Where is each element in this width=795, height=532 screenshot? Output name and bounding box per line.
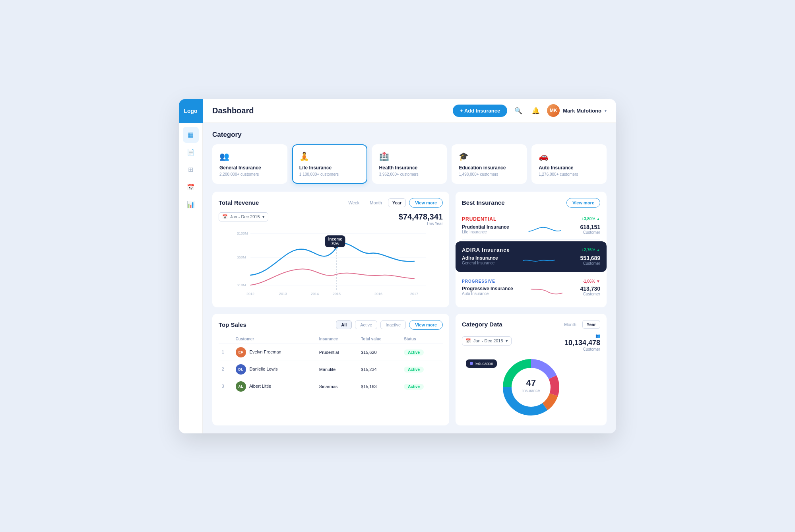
total-3: $15,163 bbox=[358, 378, 401, 395]
prudential-count: 618,151 bbox=[580, 224, 600, 230]
sidebar: Logo ▦ 📄 ⊞ 📅 📊 bbox=[179, 99, 203, 433]
top-sales-panel: Top Sales All Active Inactive View more bbox=[212, 314, 449, 425]
prudential-type: Life Insurance bbox=[462, 230, 509, 234]
donut-chart-container: Education bbox=[462, 355, 600, 419]
cat-customer-label: Customer bbox=[564, 347, 600, 351]
svg-text:$50M: $50M bbox=[237, 255, 246, 259]
filter-active-button[interactable]: Active bbox=[355, 320, 377, 329]
cat-data-date-filter[interactable]: 📅 Jan - Dec 2015 ▾ bbox=[462, 336, 512, 346]
add-insurance-button[interactable]: + Add Insurance bbox=[453, 105, 507, 117]
category-card-life[interactable]: 🧘 Life Insurance 1,100,000+ customers bbox=[292, 144, 367, 184]
status-1: Active bbox=[401, 344, 443, 361]
insurance-3: Sinarmas bbox=[316, 378, 358, 395]
cat-date-label: Jan - Dec 2015 bbox=[473, 338, 503, 343]
revenue-view-more-button[interactable]: View more bbox=[409, 198, 443, 208]
sidebar-item-grid[interactable]: ⊞ bbox=[183, 162, 199, 178]
notification-icon-button[interactable]: 🔔 bbox=[529, 104, 542, 117]
category-section-title: Category bbox=[212, 131, 607, 139]
prudential-name: Prudential Insurance bbox=[462, 224, 509, 230]
calendar-icon: 📅 bbox=[187, 183, 195, 191]
revenue-date-filter[interactable]: 📅 Jan - Dec 2015 ▾ bbox=[219, 212, 268, 221]
progressive-header: PROGRESSIVE -1,06% ▼ bbox=[462, 279, 600, 283]
customer-icon-label: 👥 bbox=[564, 334, 600, 338]
cat-total-customers: 10,134,478 bbox=[564, 339, 600, 347]
adira-body: Adira Insurance General Insurance 553,68… bbox=[462, 254, 600, 266]
calendar-small-icon: 📅 bbox=[222, 214, 228, 219]
revenue-info: $74,478,341 This Year bbox=[399, 212, 443, 226]
category-data-panel: Category Data Month Year 📅 Jan - Dec 201… bbox=[456, 314, 607, 425]
tab-week[interactable]: Week bbox=[344, 198, 364, 207]
svg-text:2017: 2017 bbox=[410, 292, 418, 296]
table-row: 3 AL Albert Little Sinarmas $15,163 Acti… bbox=[219, 378, 443, 395]
progressive-name: Progressive Insurance bbox=[462, 286, 513, 291]
top-sales-view-more-button[interactable]: View more bbox=[409, 320, 443, 330]
user-menu[interactable]: MK Mark Mufotiono ▾ bbox=[547, 104, 607, 117]
svg-text:$10M: $10M bbox=[237, 283, 246, 287]
life-insurance-icon: 🧘 bbox=[299, 151, 360, 161]
top-sales-title: Top Sales bbox=[219, 321, 333, 328]
app-wrapper: Logo ▦ 📄 ⊞ 📅 📊 Dashboard + Add Insurance bbox=[179, 99, 616, 433]
progressive-label: Customer bbox=[580, 292, 600, 296]
education-insurance-customers: 1,498,000+ customers bbox=[459, 172, 520, 177]
general-insurance-customers: 2,200,000+ customers bbox=[219, 172, 280, 177]
table-row: 1 EF Evelyn Freeman Prudential $15,620 A… bbox=[219, 344, 443, 361]
filter-inactive-button[interactable]: Inactive bbox=[380, 320, 406, 329]
table-row: 2 DL Danielle Lewis Manulife $15,234 Act… bbox=[219, 361, 443, 378]
progressive-count: 413,730 bbox=[580, 285, 600, 292]
sidebar-nav: ▦ 📄 ⊞ 📅 📊 bbox=[183, 123, 199, 433]
svg-text:2015: 2015 bbox=[333, 292, 341, 296]
revenue-title: Total Revenue bbox=[219, 199, 341, 206]
page-content: Category 👥 General Insurance 2,200,000+ … bbox=[203, 123, 616, 433]
tab-cat-year[interactable]: Year bbox=[582, 320, 600, 329]
sidebar-item-chart[interactable]: 📊 bbox=[183, 197, 199, 213]
svg-text:2016: 2016 bbox=[374, 292, 382, 296]
documents-icon: 📄 bbox=[187, 148, 195, 156]
adira-name: Adira Insurance bbox=[462, 255, 498, 261]
customer-2: DL Danielle Lewis bbox=[233, 361, 316, 378]
tab-year[interactable]: Year bbox=[388, 198, 406, 207]
avatar: MK bbox=[547, 104, 560, 117]
sidebar-item-dashboard[interactable]: ▦ bbox=[183, 127, 199, 143]
health-insurance-customers: 3,962,000+ customers bbox=[379, 172, 440, 177]
education-insurance-icon: 🎓 bbox=[459, 151, 520, 161]
sidebar-logo[interactable]: Logo bbox=[179, 99, 203, 123]
adira-header: ADIRA Insurance +2,76% ▲ bbox=[462, 247, 600, 253]
tab-month[interactable]: Month bbox=[365, 198, 386, 207]
total-revenue-panel: Total Revenue Week Month Year View more … bbox=[212, 192, 449, 307]
svg-text:$100M: $100M bbox=[237, 231, 248, 235]
progressive-type: Auto Insurance bbox=[462, 291, 513, 296]
category-card-education[interactable]: 🎓 Education insurance 1,498,000+ custome… bbox=[452, 144, 527, 184]
prudential-logo: PRUDENTIAL bbox=[462, 216, 496, 222]
user-name: Mark Mufotiono bbox=[563, 108, 601, 114]
revenue-chart: Income 70% $100M $50M $10M bbox=[219, 227, 443, 301]
bottom-row: Top Sales All Active Inactive View more bbox=[212, 314, 607, 425]
svg-text:Insurance: Insurance bbox=[522, 388, 540, 393]
top-sales-header: Top Sales All Active Inactive View more bbox=[219, 320, 443, 330]
search-icon-button[interactable]: 🔍 bbox=[512, 104, 525, 117]
tab-cat-month[interactable]: Month bbox=[560, 320, 581, 329]
tooltip-dot bbox=[470, 362, 473, 365]
revenue-label: This Year bbox=[399, 221, 443, 226]
progressive-body: Progressive Insurance Auto Insurance 413… bbox=[462, 285, 600, 297]
avatar-3: AL bbox=[236, 381, 246, 392]
page-title: Dashboard bbox=[212, 106, 448, 115]
category-card-health[interactable]: 🏥 Health Insurance 3,962,000+ customers bbox=[372, 144, 447, 184]
category-card-auto[interactable]: 🚗 Auto Insurance 1,276,000+ customers bbox=[531, 144, 607, 184]
prudential-header: PRUDENTIAL +3,80% ▲ bbox=[462, 216, 600, 222]
category-card-general[interactable]: 👥 General Insurance 2,200,000+ customers bbox=[212, 144, 287, 184]
revenue-tab-group: Week Month Year bbox=[344, 198, 406, 207]
filter-all-button[interactable]: All bbox=[336, 320, 352, 329]
col-insurance: Insurance bbox=[316, 334, 358, 344]
col-status: Status bbox=[401, 334, 443, 344]
svg-text:47: 47 bbox=[526, 378, 536, 388]
revenue-panel-header: Total Revenue Week Month Year View more bbox=[219, 198, 443, 208]
middle-row: Total Revenue Week Month Year View more … bbox=[212, 192, 607, 307]
best-insurance-view-more-button[interactable]: View more bbox=[566, 198, 600, 208]
sidebar-item-calendar[interactable]: 📅 bbox=[183, 179, 199, 195]
sidebar-item-documents[interactable]: 📄 bbox=[183, 144, 199, 160]
status-2: Active bbox=[401, 361, 443, 378]
prudential-trend: +3,80% ▲ bbox=[582, 217, 600, 221]
col-total: Total value bbox=[358, 334, 401, 344]
header-icons: 🔍 🔔 bbox=[512, 104, 542, 117]
category-grid: 👥 General Insurance 2,200,000+ customers… bbox=[212, 144, 607, 184]
